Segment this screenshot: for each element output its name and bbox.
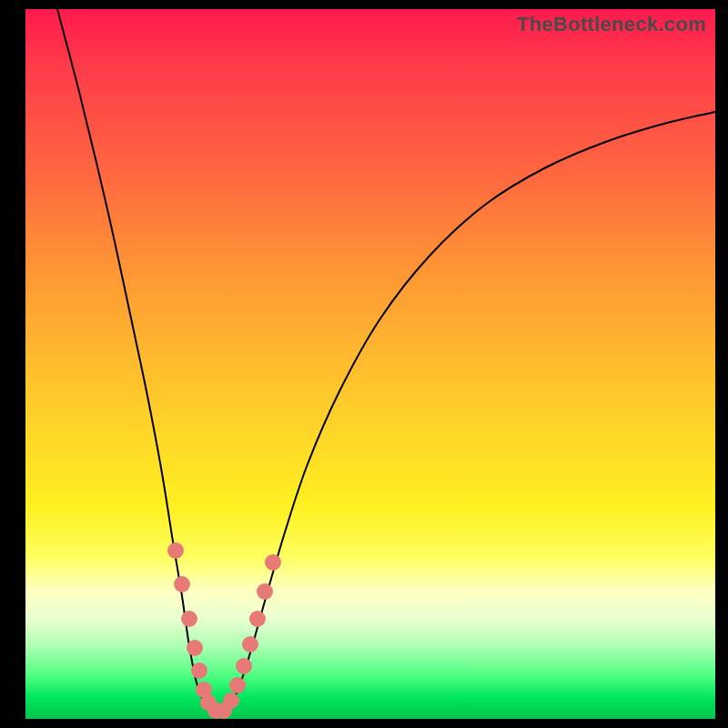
marker-group [167,542,281,719]
data-marker [223,693,239,709]
data-marker [174,576,190,592]
data-marker [181,611,197,627]
data-marker [257,583,273,600]
data-marker [191,662,207,679]
data-marker [229,677,246,693]
data-marker [167,542,184,559]
data-marker [187,640,203,656]
data-marker [236,658,252,674]
curve-path [57,9,715,713]
data-marker [249,611,266,627]
bottleneck-curve [25,9,715,719]
data-marker [265,554,281,571]
data-marker [242,636,258,652]
chart-frame: TheBottleneck.com [0,0,728,728]
plot-area: TheBottleneck.com [25,9,715,719]
